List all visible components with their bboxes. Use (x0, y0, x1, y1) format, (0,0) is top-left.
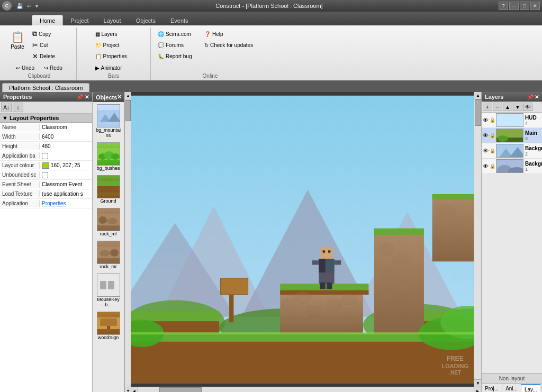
tab-events[interactable]: Events (163, 15, 196, 25)
objects-content[interactable]: bg_mountains bg_bushes Ground (93, 102, 124, 392)
canvas-hscroll-track (138, 387, 474, 392)
layer-item-bg2[interactable]: 👁 🔒 Backgro... 2 (482, 143, 542, 159)
scroll-thumb[interactable] (125, 100, 131, 121)
svg-point-11 (107, 218, 118, 224)
project-button[interactable]: 📁 Project (93, 40, 135, 50)
forums-button[interactable]: 💬 Forums (155, 40, 197, 50)
quick-access[interactable]: 💾 ↩ ▾ (15, 3, 40, 9)
layer-hud-lock-icon[interactable]: 🔒 (490, 117, 495, 123)
properties-close-icon[interactable]: ✕ (85, 94, 89, 100)
layer-main-eye-icon[interactable]: 👁 (483, 132, 489, 139)
redo-button[interactable]: ↪ Redo (40, 62, 66, 73)
layer-item-hud[interactable]: 👁 🔒 HUD 4 (482, 113, 542, 128)
layer-thumb-bg2 (496, 144, 523, 158)
doc-tab-classroom[interactable]: Platform School : Classroom (2, 83, 89, 92)
objects-scrollbar[interactable]: ▲ ▼ (124, 92, 131, 392)
prop-row-texture: Load Texture (use application s (0, 189, 92, 199)
svg-point-10 (98, 216, 107, 224)
section-collapse-icon[interactable]: ▼ (2, 115, 8, 121)
svg-rect-65 (432, 195, 474, 261)
copy-button[interactable]: ⧉ Copy (30, 29, 72, 39)
layer-move-up-btn[interactable]: ▲ (503, 103, 512, 111)
props-sort-az-btn[interactable]: A↓ (1, 103, 12, 112)
window-controls[interactable]: ? ─ □ ✕ (499, 2, 540, 10)
object-thumb-mouse (97, 274, 120, 297)
layer-bg2-eye-icon[interactable]: 👁 (483, 148, 489, 154)
layer-bg2-lock-icon[interactable]: 🔒 (490, 148, 495, 153)
panel-tab-lay[interactable]: Lay... (521, 384, 540, 392)
tab-home[interactable]: Home (32, 15, 63, 25)
layer-hud-eye-icon[interactable]: 👁 (483, 117, 489, 123)
panel-bottom-tabs: Proj... Ani... Lay... (482, 384, 542, 392)
prop-row-color: Layout colour 160, 207; 25 (0, 161, 92, 170)
close-btn[interactable]: ✕ (530, 2, 540, 10)
tab-project[interactable]: Project (63, 15, 96, 25)
object-item-rock-mr[interactable]: rock_mr (94, 240, 123, 270)
bug-button[interactable]: 🐛 Report bug (155, 51, 197, 61)
delete-button[interactable]: ✕ Delete (30, 51, 72, 61)
object-item-ground[interactable]: Ground (94, 174, 123, 205)
layer-item-main[interactable]: 👁 🔒 Main 3 (482, 128, 542, 143)
layer-remove-btn[interactable]: − (493, 103, 502, 111)
properties-bar-button[interactable]: 📋 Properties (93, 51, 135, 61)
scirra-button[interactable]: 🌐 Scirra.com (155, 29, 197, 39)
objects-close-icon[interactable]: ✕ (117, 94, 122, 101)
object-item-bg-bushes[interactable]: bg_bushes (94, 141, 123, 172)
online-buttons: 🌐 Scirra.com 💬 Forums 🐛 Report bug ❓ Hel… (155, 29, 265, 61)
tab-objects[interactable]: Objects (129, 15, 163, 25)
color-swatch[interactable] (42, 162, 49, 169)
canvas-scroll-up-btn[interactable]: ▲ (474, 92, 481, 99)
help-btn[interactable]: ? (499, 2, 508, 10)
canvas-hscrollbar[interactable]: ◄ ► (131, 387, 481, 392)
object-item-mouse[interactable]: MouseKeyb... (94, 272, 123, 308)
object-item-bg-mountains[interactable]: bg_mountains (94, 103, 123, 139)
svg-point-49 (396, 277, 413, 290)
canvas-vscroll-thumb[interactable] (475, 99, 481, 126)
canvas-scroll-left-btn[interactable]: ◄ (131, 387, 138, 392)
canvas-vscrollbar[interactable]: ▲ ▼ (474, 92, 481, 387)
unbounded-checkbox[interactable] (42, 172, 48, 178)
paste-button[interactable]: 📋 Paste (6, 29, 29, 61)
tab-layout[interactable]: Layout (96, 15, 129, 25)
layers-header: Layers 📌 ✕ (482, 92, 542, 102)
object-item-rock-ml[interactable]: rock_ml (94, 207, 123, 238)
object-label-rock-mr: rock_mr (100, 264, 117, 269)
layers-close-icon[interactable]: ✕ (535, 94, 539, 100)
ribbon-tabs: Home Project Layout Objects Events (0, 12, 542, 25)
cut-button[interactable]: ✂ Cut (30, 40, 72, 50)
svg-point-14 (110, 249, 119, 257)
layers-header-icons[interactable]: 📌 ✕ (527, 94, 539, 100)
panel-tab-ani[interactable]: Ani... (502, 384, 521, 392)
canvas-scroll-right-btn[interactable]: ► (474, 387, 481, 392)
svg-rect-73 (496, 114, 523, 126)
layer-bg1-eye-icon[interactable]: 👁 (483, 163, 489, 169)
canvas-hscroll-thumb[interactable] (159, 387, 202, 392)
svg-point-43 (328, 299, 341, 310)
minimize-btn[interactable]: ─ (509, 2, 519, 10)
properties-pin-icon[interactable]: 📌 (77, 94, 83, 100)
object-item-wood[interactable]: woodSign (94, 311, 123, 341)
layers-button[interactable]: ▦ Layers (93, 29, 135, 39)
layers-pin-icon[interactable]: 📌 (527, 94, 534, 100)
updates-button[interactable]: ↻ Check for updates (202, 40, 265, 50)
animator-button[interactable]: ▶ Animator (93, 62, 135, 73)
maximize-btn[interactable]: □ (520, 2, 529, 10)
layer-main-lock-icon[interactable]: 🔒 (490, 133, 495, 138)
layer-eye-btn[interactable]: 👁 (523, 103, 532, 111)
properties-header-icons[interactable]: 📌 ✕ (77, 94, 89, 100)
help-button[interactable]: ❓ Help (202, 29, 244, 39)
panel-tab-proj[interactable]: Proj... (482, 384, 502, 392)
app-bg-checkbox[interactable] (42, 153, 48, 159)
undo-button[interactable]: ↩ Undo (12, 62, 38, 73)
canvas-scroll-down-btn[interactable]: ▼ (474, 379, 481, 387)
layer-bg1-lock-icon[interactable]: 🔒 (490, 163, 495, 169)
properties-link[interactable]: Properties (42, 200, 66, 206)
svg-rect-61 (320, 282, 325, 289)
layer-move-down-btn[interactable]: ▼ (513, 103, 522, 111)
props-sort-btn[interactable]: ↕ (13, 103, 23, 112)
canvas-viewport[interactable]: FREE LOADING .NET (131, 92, 474, 387)
layer-item-bg1[interactable]: 👁 🔒 Backgro... 1 (482, 159, 542, 174)
bars-label: Bars (108, 73, 119, 80)
svg-rect-8 (97, 186, 120, 193)
layer-add-btn[interactable]: + (483, 103, 492, 111)
